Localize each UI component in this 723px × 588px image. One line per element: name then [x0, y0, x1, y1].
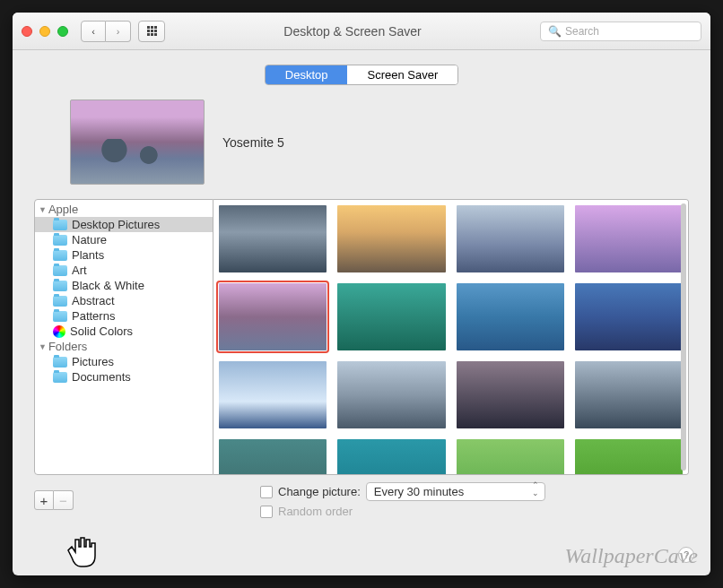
disclosure-triangle-icon: ▼	[39, 205, 47, 214]
sidebar-item-art[interactable]: Art	[35, 263, 213, 278]
tab-screen-saver[interactable]: Screen Saver	[347, 65, 457, 84]
folder-icon	[53, 220, 67, 230]
wallpaper-thumb[interactable]	[457, 439, 564, 475]
interval-select[interactable]: Every 30 minutes	[366, 482, 545, 501]
wallpaper-thumb[interactable]	[457, 283, 564, 350]
sidebar-item-black-white[interactable]: Black & White	[35, 278, 213, 293]
sidebar-item-label: Documents	[72, 370, 131, 384]
sidebar-item-label: Plants	[72, 248, 104, 262]
sidebar-item-patterns[interactable]: Patterns	[35, 308, 213, 324]
folder-icon	[53, 311, 67, 322]
folder-icon	[53, 250, 67, 261]
wallpaper-thumb[interactable]	[457, 205, 564, 272]
random-order-checkbox	[260, 506, 273, 518]
wallpaper-thumb[interactable]	[575, 361, 683, 428]
sidebar-item-plants[interactable]: Plants	[35, 247, 213, 263]
sidebar-item-label: Abstract	[72, 294, 115, 307]
grid-icon	[147, 26, 157, 36]
thumbnail-panel[interactable]	[213, 199, 689, 475]
wallpaper-thumb[interactable]	[575, 283, 683, 350]
watermark: WallpaperCave	[565, 544, 698, 568]
controls-row: + − Change picture: Every 30 minutes Ran…	[34, 475, 689, 518]
main-row: ▼AppleDesktop PicturesNaturePlantsArtBla…	[34, 199, 689, 475]
current-wallpaper-name: Yosemite 5	[222, 135, 284, 150]
sidebar-item-label: Pictures	[72, 355, 114, 368]
zoom-button[interactable]	[57, 26, 68, 37]
tab-bar: DesktopScreen Saver	[34, 65, 689, 85]
source-sidebar[interactable]: ▼AppleDesktop PicturesNaturePlantsArtBla…	[34, 199, 213, 475]
show-all-button[interactable]	[138, 21, 165, 42]
wallpaper-thumb[interactable]	[575, 205, 683, 272]
folder-icon	[53, 296, 67, 307]
sidebar-item-label: Desktop Pictures	[72, 218, 160, 231]
scrollbar[interactable]	[681, 203, 686, 471]
sidebar-item-nature[interactable]: Nature	[35, 232, 213, 247]
sidebar-item-desktop-pictures[interactable]: Desktop Pictures	[35, 217, 213, 232]
sidebar-group-apple[interactable]: ▼Apple	[35, 202, 213, 217]
wallpaper-thumb[interactable]	[575, 439, 683, 475]
wallpaper-thumb[interactable]	[219, 361, 327, 428]
wallpaper-thumb[interactable]	[337, 283, 445, 350]
remove-folder-button: −	[54, 490, 74, 510]
forward-button: ›	[106, 21, 131, 42]
add-folder-button[interactable]: +	[34, 490, 54, 510]
sidebar-item-abstract[interactable]: Abstract	[35, 293, 213, 308]
random-order-label: Random order	[278, 505, 353, 518]
change-picture-label: Change picture:	[278, 485, 361, 498]
wallpaper-thumb[interactable]	[337, 439, 445, 475]
color-wheel-icon	[53, 325, 65, 338]
wallpaper-thumb[interactable]	[457, 361, 564, 428]
wallpaper-thumb[interactable]	[337, 361, 445, 428]
folder-icon	[53, 235, 67, 246]
back-button[interactable]: ‹	[81, 21, 106, 42]
cursor-hand-icon	[66, 532, 99, 570]
traffic-lights	[22, 26, 68, 37]
minimize-button[interactable]	[39, 26, 50, 37]
folder-icon	[53, 357, 67, 368]
titlebar: ‹ › Desktop & Screen Saver 🔍 Search	[13, 13, 710, 50]
prefs-window: ‹ › Desktop & Screen Saver 🔍 Search Desk…	[13, 13, 710, 575]
sidebar-item-solid-colors[interactable]: Solid Colors	[35, 324, 213, 339]
folder-icon	[53, 265, 67, 276]
search-placeholder: Search	[565, 25, 599, 38]
search-icon: 🔍	[548, 25, 562, 38]
sidebar-item-documents[interactable]: Documents	[35, 369, 213, 385]
search-input[interactable]: 🔍 Search	[540, 22, 701, 41]
close-button[interactable]	[22, 26, 32, 37]
current-wallpaper-preview	[70, 99, 205, 185]
folder-icon	[53, 372, 67, 383]
sidebar-item-pictures[interactable]: Pictures	[35, 354, 213, 369]
disclosure-triangle-icon: ▼	[39, 342, 47, 351]
folder-icon	[53, 281, 67, 291]
sidebar-item-label: Black & White	[72, 279, 144, 292]
nav-buttons: ‹ ›	[81, 21, 131, 42]
add-remove: + −	[34, 490, 74, 510]
wallpaper-thumb[interactable]	[219, 439, 327, 475]
content: DesktopScreen Saver Yosemite 5 ▼AppleDes…	[13, 50, 710, 518]
sidebar-item-label: Solid Colors	[70, 324, 133, 338]
sidebar-item-label: Patterns	[72, 309, 115, 323]
window-title: Desktop & Screen Saver	[165, 24, 540, 39]
random-order-row: Random order	[260, 505, 545, 518]
change-picture-row: Change picture: Every 30 minutes	[260, 482, 545, 501]
preview-row: Yosemite 5	[34, 99, 689, 185]
tab-desktop[interactable]: Desktop	[266, 65, 348, 84]
sidebar-item-label: Nature	[72, 233, 107, 246]
wallpaper-thumb[interactable]	[337, 205, 445, 272]
sidebar-group-folders[interactable]: ▼Folders	[35, 339, 213, 354]
wallpaper-thumb[interactable]	[219, 205, 327, 272]
change-picture-checkbox[interactable]	[260, 486, 273, 498]
wallpaper-thumb[interactable]	[219, 283, 327, 350]
sidebar-item-label: Art	[72, 264, 87, 277]
